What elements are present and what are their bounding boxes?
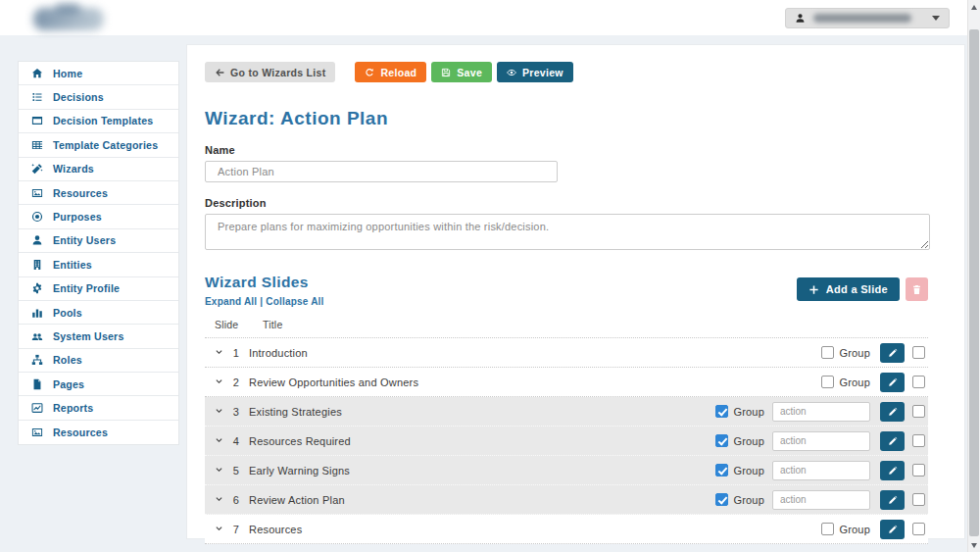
delete-slides-button[interactable]: [906, 277, 928, 301]
sidebar-item-purposes[interactable]: Purposes: [19, 205, 178, 228]
target-icon: [31, 211, 43, 223]
add-a-slide-button[interactable]: Add a Slide: [797, 277, 900, 301]
select-slide-checkbox[interactable]: [912, 434, 925, 447]
toolbar: Go to Wizards List Reload Save Preview: [205, 62, 928, 82]
scrollbar[interactable]: [967, 0, 980, 552]
sidebar-item-pages[interactable]: Pages: [19, 373, 178, 396]
scroll-up-arrow[interactable]: [968, 0, 980, 14]
image-icon: [31, 187, 43, 199]
sidebar-item-label: Template Categories: [53, 139, 158, 151]
sidebar-item-resources[interactable]: Resources: [19, 181, 178, 205]
name-label: Name: [205, 144, 928, 156]
select-slide-checkbox[interactable]: [912, 376, 925, 388]
sitemap-icon: [31, 354, 43, 366]
action-input[interactable]: [772, 402, 870, 422]
sidebar-item-entity-users[interactable]: Entity Users: [19, 229, 178, 253]
users-icon: [31, 330, 43, 342]
group-checkbox[interactable]: [821, 346, 834, 359]
refresh-icon: [365, 68, 374, 77]
sidebar-item-entity-profile[interactable]: Entity Profile: [19, 277, 178, 301]
edit-slide-button[interactable]: [880, 431, 905, 451]
collapse-toggle[interactable]: [215, 495, 223, 504]
action-input[interactable]: [772, 490, 870, 510]
sidebar-item-entities[interactable]: Entities: [19, 253, 178, 276]
edit-slide-button[interactable]: [880, 490, 905, 510]
expand-all-link[interactable]: Expand All: [205, 296, 257, 307]
wizard-slides-heading: Wizard Slides: [205, 274, 324, 291]
slides-rows: 1 Introduction Group 2 Review Opportunit…: [205, 337, 928, 544]
sidebar-item-roles[interactable]: Roles: [19, 349, 178, 373]
collapse-toggle[interactable]: [215, 525, 223, 533]
select-slide-checkbox[interactable]: [912, 464, 925, 477]
collapse-toggle[interactable]: [215, 377, 223, 386]
sidebar-item-pools[interactable]: Pools: [19, 301, 178, 325]
logo[interactable]: [33, 8, 104, 30]
select-slide-checkbox[interactable]: [912, 405, 925, 418]
select-slide-checkbox[interactable]: [912, 523, 925, 535]
slide-row: 7 Resources Group: [205, 515, 928, 544]
edit-slide-button[interactable]: [880, 461, 905, 480]
table-icon: [31, 139, 43, 151]
group-checkbox[interactable]: [821, 376, 834, 388]
collapse-toggle[interactable]: [215, 436, 223, 445]
group-checkbox[interactable]: [715, 434, 728, 447]
action-input[interactable]: [772, 431, 870, 451]
save-icon: [441, 68, 451, 77]
sidebar-item-label: Home: [53, 68, 82, 79]
slide-number: 3: [232, 406, 240, 418]
sidebar-item-system-users[interactable]: System Users: [19, 325, 178, 348]
collapse-toggle[interactable]: [215, 466, 223, 475]
column-header-slide: Slide: [215, 319, 263, 330]
select-slide-checkbox[interactable]: [912, 493, 925, 506]
gear-icon: [31, 282, 43, 294]
reload-button[interactable]: Reload: [355, 62, 426, 82]
collapse-toggle[interactable]: [215, 407, 223, 416]
description-textarea[interactable]: Prepare plans for maximizing opportuniti…: [205, 214, 930, 250]
sidebar-item-label: Pools: [53, 307, 82, 319]
report-icon: [31, 402, 43, 414]
group-checkbox[interactable]: [715, 405, 728, 418]
edit-slide-button[interactable]: [880, 373, 905, 392]
action-input[interactable]: [772, 461, 870, 480]
sidebar-item-label: Entity Users: [53, 234, 116, 246]
group-checkbox[interactable]: [715, 493, 728, 506]
preview-button[interactable]: Preview: [497, 62, 573, 82]
slide-number: 5: [232, 465, 240, 477]
edit-slide-button[interactable]: [880, 402, 905, 422]
sidebar-item-label: Decisions: [53, 91, 104, 103]
collapse-all-link[interactable]: Collapse All: [266, 296, 323, 307]
name-input[interactable]: [205, 161, 558, 182]
scroll-thumb[interactable]: [969, 29, 979, 536]
slide-title: Introduction: [249, 347, 308, 359]
slide-number: 1: [232, 347, 240, 359]
wizard-slides-header: Wizard Slides Expand All | Collapse All …: [205, 274, 928, 307]
slide-title: Resources Required: [249, 435, 351, 447]
sidebar-item-reports[interactable]: Reports: [19, 396, 178, 420]
sidebar-item-label: Wizards: [53, 163, 94, 175]
sidebar-item-decision-templates[interactable]: Decision Templates: [19, 110, 178, 133]
user-menu-button[interactable]: [785, 8, 950, 28]
group-checkbox[interactable]: [821, 523, 834, 535]
pencil-icon: [888, 466, 898, 476]
slide-title: Review Action Plan: [249, 494, 345, 506]
group-checkbox[interactable]: [715, 464, 728, 477]
sidebar-item-home[interactable]: Home: [19, 62, 178, 85]
slide-row: 5 Early Warning Signs Group: [205, 456, 928, 485]
edit-slide-button[interactable]: [880, 520, 905, 539]
sidebar-item-template-categories[interactable]: Template Categories: [19, 133, 178, 157]
edit-slide-button[interactable]: [880, 343, 905, 363]
collapse-toggle[interactable]: [215, 348, 223, 357]
sidebar-item-label: Resources: [53, 187, 108, 199]
sidebar-item-wizards[interactable]: Wizards: [19, 158, 178, 181]
select-slide-checkbox[interactable]: [912, 346, 925, 359]
scroll-down-arrow[interactable]: [968, 538, 980, 552]
sidebar-item-decisions[interactable]: Decisions: [19, 85, 178, 109]
go-to-wizards-list-button[interactable]: Go to Wizards List: [205, 62, 335, 82]
slide-title: Early Warning Signs: [249, 465, 350, 477]
group-label: Group: [839, 376, 870, 388]
sidebar-item-resources[interactable]: Resources: [19, 421, 178, 444]
image-icon: [31, 427, 43, 438]
sidebar-item-label: Entity Profile: [53, 282, 120, 294]
slide-title: Resources: [249, 524, 302, 535]
save-button[interactable]: Save: [431, 62, 492, 82]
